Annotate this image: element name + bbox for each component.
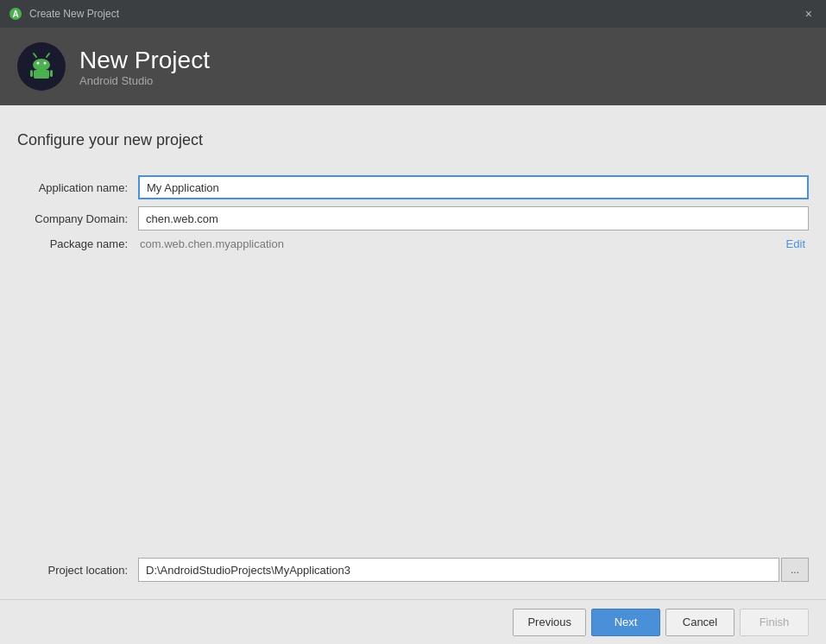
- company-domain-row: Company Domain:: [17, 206, 809, 230]
- header-title: New Project: [79, 46, 210, 75]
- next-button[interactable]: Next: [591, 609, 660, 636]
- svg-point-7: [44, 62, 47, 65]
- package-name-label: Package name:: [17, 237, 138, 250]
- cancel-button[interactable]: Cancel: [665, 609, 735, 636]
- project-location-label: Project location:: [17, 564, 138, 577]
- project-location-input[interactable]: [138, 558, 779, 582]
- application-name-label: Application name:: [17, 181, 138, 194]
- window-title: Create New Project: [29, 8, 119, 20]
- svg-rect-8: [34, 70, 49, 79]
- header-subtitle: Android Studio: [79, 74, 210, 87]
- package-name-row: Package name: com.web.chen.myapplication…: [17, 237, 809, 250]
- android-logo: [17, 42, 66, 91]
- edit-link[interactable]: Edit: [786, 237, 805, 250]
- browse-button[interactable]: ...: [781, 558, 809, 582]
- svg-text:A: A: [12, 9, 18, 19]
- location-section: Project location: ...: [17, 540, 809, 582]
- form-area: Application name: Company Domain: Packag…: [17, 175, 809, 257]
- svg-rect-10: [50, 70, 53, 77]
- section-title: Configure your new project: [17, 131, 809, 149]
- company-domain-label: Company Domain:: [17, 212, 138, 225]
- finish-button: Finish: [740, 609, 809, 636]
- title-bar: A Create New Project ×: [0, 0, 826, 28]
- application-name-input[interactable]: [138, 175, 809, 199]
- svg-rect-9: [30, 70, 33, 77]
- svg-point-5: [33, 59, 50, 71]
- app-icon: A: [9, 7, 22, 21]
- title-bar-left: A Create New Project: [9, 7, 119, 21]
- bottom-bar: Previous Next Cancel Finish: [0, 599, 826, 644]
- location-row: Project location: ...: [17, 558, 809, 582]
- header: New Project Android Studio: [0, 28, 826, 105]
- svg-point-6: [37, 62, 40, 65]
- close-button[interactable]: ×: [800, 6, 817, 22]
- main-content: Configure your new project Application n…: [0, 105, 826, 599]
- header-text: New Project Android Studio: [79, 46, 210, 88]
- previous-button[interactable]: Previous: [513, 609, 586, 636]
- company-domain-input[interactable]: [138, 206, 809, 230]
- android-logo-svg: [25, 50, 58, 83]
- application-name-row: Application name:: [17, 175, 809, 199]
- package-name-value: com.web.chen.myapplication: [138, 237, 786, 250]
